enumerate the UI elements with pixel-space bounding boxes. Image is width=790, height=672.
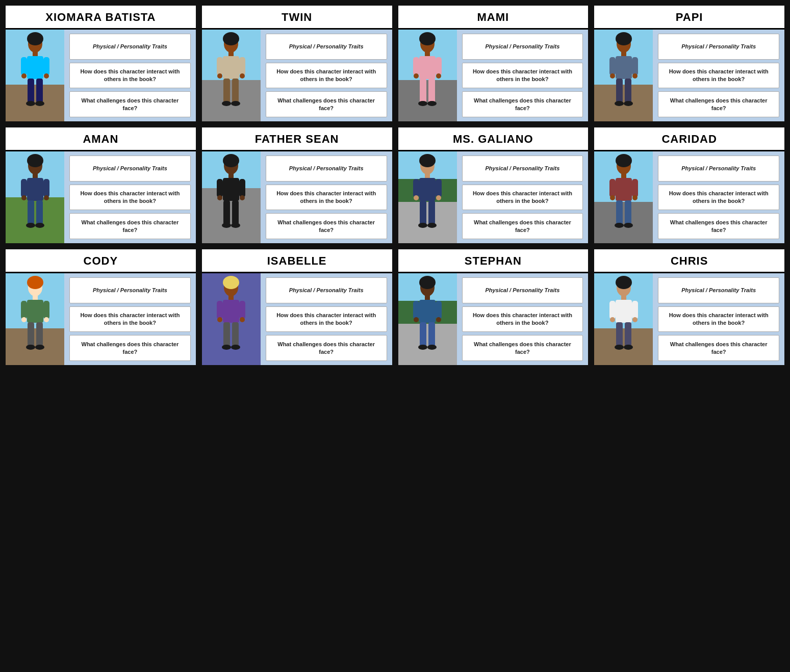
svg-rect-3	[27, 56, 43, 79]
challenges-label: What challenges does this character face…	[270, 219, 383, 234]
character-card-caridad: CARIDADPhysical / Personality TraitsHow …	[593, 126, 786, 245]
challenges-label: What challenges does this character face…	[270, 341, 383, 356]
svg-rect-63	[223, 178, 239, 201]
traits-section: Physical / Personality Traits	[69, 34, 191, 60]
svg-point-42	[610, 73, 615, 79]
svg-point-119	[231, 345, 240, 350]
traits-label: Physical / Personality Traits	[681, 287, 756, 294]
character-name: FATHER SEAN	[255, 133, 339, 145]
svg-point-18	[217, 73, 222, 79]
character-name: MAMI	[477, 11, 509, 23]
svg-rect-44	[616, 79, 623, 103]
svg-point-139	[632, 317, 638, 322]
svg-rect-40	[609, 57, 616, 75]
svg-rect-86	[621, 174, 626, 178]
card-body: Physical / Personality TraitsHow does th…	[398, 151, 589, 243]
interact-section: How does this character interact with ot…	[266, 63, 387, 89]
scene-background	[594, 151, 653, 243]
card-header: AMAN	[6, 127, 196, 151]
svg-rect-116	[223, 322, 230, 347]
svg-point-10	[26, 101, 35, 106]
svg-point-97	[27, 276, 43, 289]
svg-point-102	[21, 317, 27, 322]
challenges-section: What challenges does this character face…	[462, 335, 583, 361]
card-body: Physical / Personality TraitsHow does th…	[202, 151, 392, 243]
scene-background	[594, 273, 653, 365]
interact-section: How does this character interact with ot…	[266, 306, 387, 332]
character-info: Physical / Personality TraitsHow does th…	[457, 30, 589, 121]
svg-rect-17	[239, 57, 245, 75]
interact-label: How does this character interact with ot…	[662, 312, 775, 327]
character-name: CHRIS	[671, 254, 708, 267]
character-name: AMAN	[83, 133, 118, 145]
challenges-section: What challenges does this character face…	[658, 91, 779, 117]
svg-rect-51	[27, 178, 43, 201]
character-info: Physical / Personality TraitsHow does th…	[457, 273, 589, 365]
svg-rect-14	[228, 52, 234, 56]
svg-rect-123	[419, 300, 436, 323]
svg-rect-33	[428, 79, 435, 103]
svg-rect-105	[36, 322, 43, 347]
interact-label: How does this character interact with ot…	[467, 312, 579, 327]
svg-rect-41	[632, 57, 638, 75]
svg-point-138	[610, 317, 615, 322]
svg-rect-104	[28, 322, 34, 347]
interact-section: How does this character interact with ot…	[462, 306, 583, 332]
svg-point-54	[21, 195, 27, 200]
svg-point-130	[418, 345, 427, 350]
character-name: ISABELLE	[267, 254, 327, 267]
challenges-section: What challenges does this character face…	[69, 91, 191, 117]
svg-rect-111	[223, 300, 239, 323]
scene-background	[6, 30, 64, 121]
svg-point-109	[223, 276, 239, 289]
svg-rect-98	[33, 296, 38, 300]
svg-point-30	[414, 73, 419, 79]
svg-rect-88	[609, 179, 616, 197]
traits-label: Physical / Personality Traits	[93, 287, 167, 294]
svg-rect-62	[228, 174, 234, 178]
svg-point-82	[418, 223, 427, 228]
character-name: CODY	[84, 254, 118, 267]
svg-point-35	[427, 101, 437, 106]
interact-label: How does this character interact with ot…	[467, 190, 579, 205]
traits-label: Physical / Personality Traits	[681, 165, 756, 172]
svg-point-19	[240, 73, 245, 79]
traits-label: Physical / Personality Traits	[681, 43, 756, 50]
traits-label: Physical / Personality Traits	[93, 165, 167, 172]
character-image	[398, 273, 457, 365]
interact-label: How does this character interact with ot…	[270, 312, 383, 327]
character-info: Physical / Personality TraitsHow does th…	[653, 273, 784, 365]
character-info: Physical / Personality TraitsHow does th…	[261, 30, 392, 121]
svg-rect-9	[36, 79, 43, 103]
svg-point-6	[21, 73, 27, 79]
character-card-isabelle: ISABELLEPhysical / Personality TraitsHow…	[200, 248, 394, 367]
svg-rect-137	[632, 301, 638, 319]
svg-rect-74	[425, 174, 430, 178]
interact-section: How does this character interact with ot…	[69, 63, 191, 89]
svg-rect-112	[217, 301, 223, 319]
scene-background	[202, 30, 261, 121]
character-card-xiomara-batista: XIOMARA BATISTAPhysical / Personality Tr…	[4, 4, 197, 123]
challenges-label: What challenges does this character face…	[467, 341, 579, 356]
character-card-chris: CHRISPhysical / Personality TraitsHow do…	[593, 248, 786, 367]
svg-rect-57	[36, 200, 43, 225]
svg-rect-135	[616, 300, 632, 323]
svg-rect-141	[625, 322, 631, 347]
character-card-stephan: STEPHANPhysical / Personality TraitsHow …	[397, 248, 590, 367]
svg-point-1	[27, 32, 43, 45]
svg-rect-117	[232, 322, 239, 347]
character-name: CARIDAD	[661, 133, 717, 145]
svg-point-61	[223, 154, 239, 167]
interact-section: How does this character interact with ot…	[658, 306, 779, 332]
interact-section: How does this character interact with ot…	[266, 185, 387, 211]
challenges-label: What challenges does this character face…	[74, 341, 186, 356]
svg-point-66	[217, 195, 222, 200]
card-body: Physical / Personality TraitsHow does th…	[202, 273, 392, 365]
svg-rect-128	[420, 322, 426, 347]
traits-label: Physical / Personality Traits	[485, 287, 559, 294]
challenges-section: What challenges does this character face…	[266, 213, 387, 239]
card-body: Physical / Personality TraitsHow does th…	[6, 151, 196, 243]
interact-label: How does this character interact with ot…	[74, 312, 186, 327]
svg-point-22	[222, 101, 231, 106]
svg-point-34	[418, 101, 427, 106]
